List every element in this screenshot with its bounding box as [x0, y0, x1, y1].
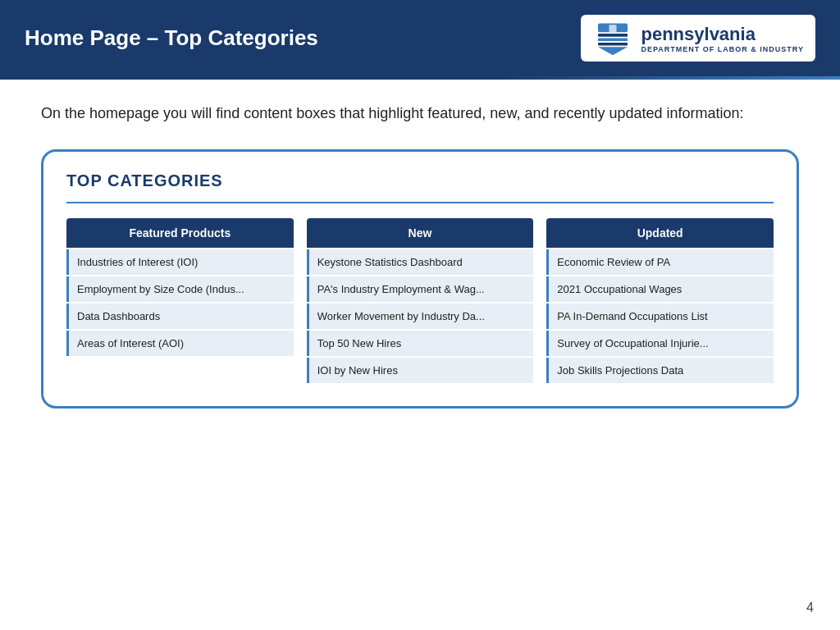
page-title: Home Page – Top Categories	[25, 25, 318, 51]
pa-logo-icon	[592, 20, 633, 57]
top-categories-label: TOP CATEGORIES	[66, 171, 774, 190]
column-items-featured: Industries of Interest (IOI) Employment …	[66, 249, 294, 356]
header-bar: Home Page – Top Categories pennsylvania …	[0, 0, 840, 76]
page-number: 4	[806, 600, 814, 615]
column-header-new: New	[307, 218, 534, 248]
list-item[interactable]: Worker Movement by Industry Da...	[307, 304, 534, 329]
body-content: On the homepage you will find content bo…	[0, 80, 840, 425]
column-header-featured: Featured Products	[66, 218, 294, 248]
list-item[interactable]: IOI by New Hires	[307, 358, 534, 383]
logo-main-text: pennsylvania	[641, 24, 805, 45]
svg-rect-3	[598, 43, 628, 46]
svg-rect-5	[609, 25, 616, 32]
column-header-updated: Updated	[546, 218, 774, 248]
list-item[interactable]: Top 50 New Hires	[307, 331, 534, 356]
column-updated: Updated Economic Review of PA 2021 Occup…	[546, 218, 774, 383]
logo-sub-text: DEPARTMENT OF LABOR & INDUSTRY	[641, 45, 805, 53]
categories-divider	[66, 202, 774, 203]
list-item[interactable]: Industries of Interest (IOI)	[66, 249, 294, 275]
column-items-new: Keystone Statistics Dashboard PA's Indus…	[307, 249, 534, 383]
list-item[interactable]: Job Skills Projections Data	[546, 358, 774, 383]
logo-area: pennsylvania DEPARTMENT OF LABOR & INDUS…	[581, 15, 816, 62]
intro-text: On the homepage you will find content bo…	[41, 103, 799, 125]
svg-marker-4	[598, 47, 628, 55]
list-item[interactable]: PA's Industry Employment & Wag...	[307, 276, 534, 302]
list-item[interactable]: Survey of Occupational Injurie...	[546, 331, 774, 356]
column-featured: Featured Products Industries of Interest…	[66, 218, 294, 383]
logo-text-area: pennsylvania DEPARTMENT OF LABOR & INDUS…	[641, 24, 805, 53]
top-categories-box: TOP CATEGORIES Featured Products Industr…	[41, 149, 799, 409]
list-item[interactable]: Keystone Statistics Dashboard	[307, 249, 534, 275]
svg-rect-1	[598, 34, 628, 37]
column-items-updated: Economic Review of PA 2021 Occupational …	[546, 249, 774, 383]
list-item[interactable]: PA In-Demand Occupations List	[546, 304, 774, 329]
list-item[interactable]: Employment by Size Code (Indus...	[66, 276, 294, 302]
list-item[interactable]: 2021 Occupational Wages	[546, 276, 774, 302]
column-new: New Keystone Statistics Dashboard PA's I…	[307, 218, 534, 383]
list-item[interactable]: Economic Review of PA	[546, 249, 774, 275]
list-item[interactable]: Areas of Interest (AOI)	[66, 331, 294, 356]
list-item[interactable]: Data Dashboards	[66, 304, 294, 329]
columns-wrapper: Featured Products Industries of Interest…	[66, 218, 774, 383]
svg-rect-2	[598, 39, 628, 42]
